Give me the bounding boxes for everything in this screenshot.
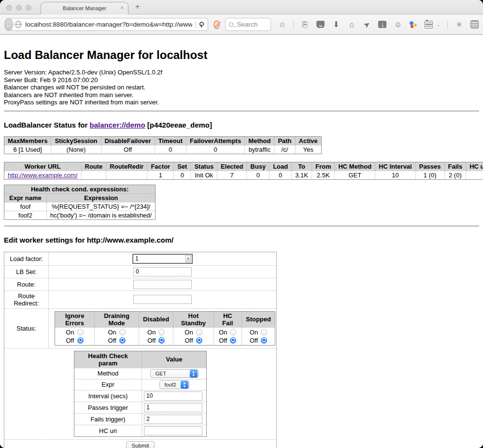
battery-extension-icon[interactable] [425,21,433,29]
col-route: Route [81,162,106,171]
hc-fail-on-radio[interactable] [230,329,236,335]
col-expr-name: Expr name [4,193,47,202]
col-to: To [292,162,312,171]
clipboard-icon[interactable]: ⎘ [301,21,309,29]
stopped-on-radio[interactable] [261,329,267,335]
bookmark-star-icon[interactable]: ☆ [278,21,286,29]
draining-mode-off-radio[interactable] [119,337,126,344]
chat-smiley-icon[interactable]: ☺ [394,21,402,29]
hc-params-row: Health Check param Value Method GET ▲▼ [4,348,277,439]
colored-dots-extension-icon[interactable] [409,21,417,29]
method-select[interactable]: GET ▲▼ [150,369,199,378]
routeredir-value [106,171,147,179]
tab-close-icon[interactable]: × [121,5,124,11]
home-icon[interactable]: ⌂ [347,21,355,29]
url-text[interactable]: localhost:8880/balancer-manager?b=demo&w… [25,21,192,28]
path-value: /c/ [274,145,295,154]
col-routeredir: RouteRedir [106,162,147,171]
col-busy: Busy [247,162,270,171]
off-label: Off [108,336,116,345]
content-blocker-icon[interactable] [213,20,220,29]
zoom-window-button[interactable] [26,5,31,11]
col-draining-mode: Draining Mode [95,311,139,327]
hc-uri-row: HC uri [74,425,207,436]
url-divider: | [195,20,197,29]
disablefailover-value: Off [101,145,155,154]
lb-status-suffix: [p4420eeae_demo] [145,121,212,129]
method-value: bytraffic [245,145,274,154]
number-stepper-icon[interactable]: ▲▼ [185,255,191,262]
col-factor: Factor [147,162,174,171]
hamburger-menu-icon[interactable]: ≡ [455,21,463,29]
pocket-icon[interactable]: ⌄ [316,21,325,28]
chevron-down-icon[interactable]: ⌄ [436,22,440,27]
hc-expr-title: Health check cond. expressions: [4,185,156,193]
page-title: Load Balancer Manager for localhost [4,48,479,62]
passes-input[interactable] [144,403,202,412]
stickysession-value: (None) [51,145,101,154]
hc-uri-value [466,171,483,179]
close-window-button[interactable] [6,5,12,11]
hot-standby-on-radio[interactable] [196,329,202,335]
hc-expr-row: foof %{REQUEST_STATUS} =~ /^[234]/ [4,202,156,211]
off-label: Off [66,336,74,345]
tab-title: Balancer Manager [63,5,106,11]
expr-name-foof2: foof2 [4,211,47,219]
balancer-demo-link[interactable]: balancer://demo [90,121,145,129]
route-redirect-input[interactable] [133,295,192,304]
downloads-icon[interactable]: ⬇ [332,21,340,29]
draining-mode-on-radio[interactable] [119,329,126,335]
fails-input[interactable] [144,415,202,424]
server-version: Server Version: Apache/2.5.0-dev (Unix) … [4,69,479,76]
interval-input[interactable] [144,391,202,401]
table-row: 6 [1 Used] (None) Off 0 0 bytraffic /c/ … [4,145,322,154]
worker-url-link[interactable]: http://www.example.com/ [8,172,78,179]
minimize-window-button[interactable] [16,5,22,11]
ignore-errors-on-radio[interactable] [77,329,84,335]
search-bar[interactable]: Search [225,18,271,31]
navigation-toolbar: ← localhost:8880/balancer-manager?b=demo… [0,14,483,35]
col-elected: Elected [217,162,247,171]
hc-expressions-table: Health check cond. expressions: Expr nam… [4,185,156,220]
disabled-on-radio[interactable] [158,329,165,335]
submit-button[interactable]: Submit [126,441,155,448]
save-page-icon[interactable]: ↓ [378,21,386,28]
load-factor-input[interactable]: 1 ▲▼ [132,254,193,264]
lb-set-input[interactable] [133,267,192,276]
worker-row: http://www.example.com/ 1 0 Init Ok 7 0 … [4,171,483,179]
new-tab-button[interactable]: + [135,3,140,11]
sidebar-grid-icon[interactable] [470,20,479,29]
col-worker-url: Worker URL [4,162,82,171]
url-bar[interactable]: localhost:8880/balancer-manager?b=demo&w… [11,18,208,31]
hc-uri-input[interactable] [144,426,202,435]
reload-icon[interactable]: ⟳ [198,21,206,28]
interval-label: Interval (secs) [74,390,142,402]
col-from: From [312,162,335,171]
server-built: Server Built: Feb 9 2016 07:00:20 [4,76,479,84]
col-stickysession: StickySession [51,136,101,145]
window-controls[interactable] [6,5,31,11]
active-value: Yes [295,145,321,154]
lb-status-heading: LoadBalancer Status for balancer://demo … [4,121,479,129]
expr-select[interactable]: foof2 ▲▼ [159,380,189,389]
hc-header-row: Health Check param Value [74,351,207,368]
hc-expr-title-row: Health check cond. expressions: [4,185,156,193]
disabled-off-radio[interactable] [158,337,165,344]
status-radios-row: On Off On Off On Off [55,327,275,345]
stopped-off-radio[interactable] [261,337,267,344]
hc-fail-off-radio[interactable] [230,337,236,344]
col-timeout: Timeout [155,136,186,145]
status-options-table: Ignore Errors Draining Mode Disabled Hot… [55,311,275,346]
hot-standby-off-radio[interactable] [196,337,202,344]
search-icon [229,22,233,27]
tab-balancer-manager[interactable]: Balancer Manager × [41,2,128,14]
route-input[interactable] [133,280,192,289]
search-placeholder: Search [237,21,257,28]
table-header-row: Worker URL Route RouteRedir Factor Set S… [4,162,483,171]
col-hc-value: Value [142,351,207,368]
send-tab-icon[interactable]: ➤ [361,19,372,30]
on-label: On [250,328,258,336]
col-set: Set [174,162,191,171]
ignore-errors-off-radio[interactable] [77,337,84,344]
passes-label: Passes trigger [74,402,142,413]
